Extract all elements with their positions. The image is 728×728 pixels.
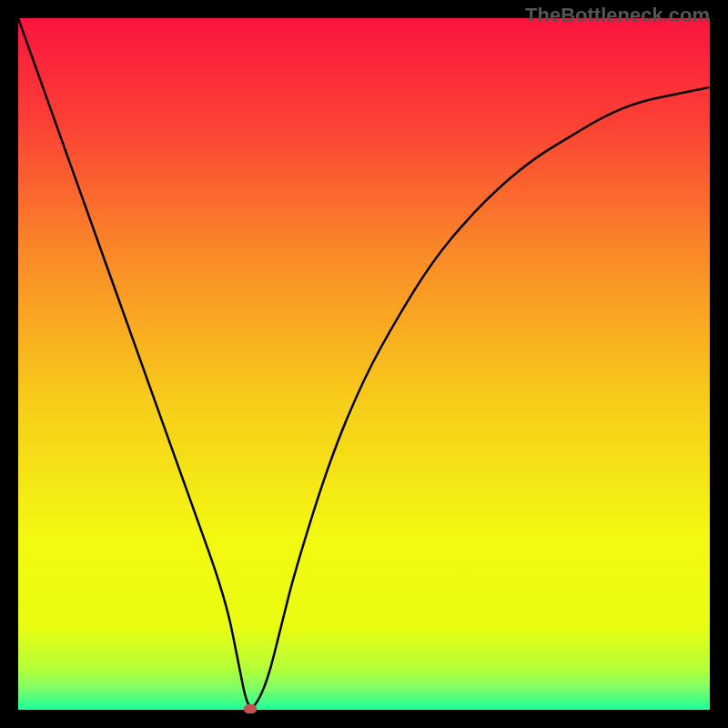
- minimum-marker: [244, 704, 257, 713]
- chart-frame: [18, 18, 710, 710]
- watermark-text: TheBottleneck.com: [525, 4, 710, 27]
- chart-svg: [18, 18, 710, 710]
- chart-background: [18, 18, 710, 710]
